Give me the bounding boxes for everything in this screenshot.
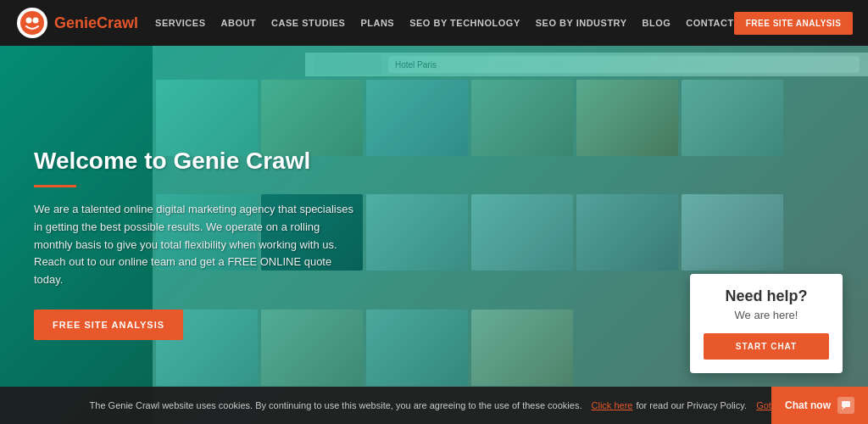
- logo-text-crawl: Crawl: [97, 14, 138, 31]
- logo-area[interactable]: GenieCrawl: [17, 8, 138, 38]
- help-widget: Need help? We are here! START CHAT: [690, 274, 843, 373]
- hero-content: Welcome to Genie Crawl We are a talented…: [34, 148, 356, 340]
- hero-title: Welcome to Genie Crawl: [34, 148, 356, 175]
- cookie-bar: The Genie Crawl website uses cookies. By…: [0, 387, 868, 424]
- start-chat-button[interactable]: START CHAT: [704, 333, 829, 360]
- nav-cta-button[interactable]: FREE SITE ANALYSIS: [734, 12, 854, 35]
- svg-point-0: [20, 11, 44, 35]
- nav-link-about[interactable]: ABOUT: [221, 18, 257, 28]
- cookie-text: The Genie Crawl website uses cookies. By…: [90, 400, 582, 410]
- privacy-policy-link[interactable]: Click here: [592, 400, 633, 410]
- nav-links: SERVICESABOUTCASE STUDIESPLANSSEO BY TEC…: [155, 18, 734, 28]
- logo-text-genie: Genie: [54, 14, 97, 31]
- help-title: Need help?: [704, 287, 829, 305]
- hero-section: Hotel Paris Welcome to Genie Crawl W: [0, 46, 868, 424]
- svg-rect-3: [842, 401, 850, 407]
- nav-link-services[interactable]: SERVICES: [155, 18, 205, 28]
- hero-description: We are a talented online digital marketi…: [34, 201, 356, 289]
- logo-icon: [17, 8, 47, 38]
- svg-point-1: [26, 18, 32, 24]
- navbar: GenieCrawl SERVICESABOUTCASE STUDIESPLAN…: [0, 0, 868, 46]
- nav-link-blog[interactable]: BLOG: [642, 18, 670, 28]
- cookie-text-suffix: for read our Privacy Policy.: [636, 400, 747, 410]
- svg-marker-4: [842, 407, 846, 410]
- nav-link-plans[interactable]: PLANS: [360, 18, 394, 28]
- svg-point-2: [33, 18, 39, 24]
- nav-link-contact[interactable]: CONTACT: [686, 18, 733, 28]
- nav-link-seo-industry[interactable]: SEO BY INDUSTRY: [536, 18, 627, 28]
- nav-link-case-studies[interactable]: CASE STUDIES: [271, 18, 345, 28]
- logo-text: GenieCrawl: [54, 14, 138, 32]
- chat-icon: [837, 397, 854, 414]
- hero-cta-button[interactable]: FREE SITE ANALYSIS: [34, 310, 183, 340]
- hero-underline: [34, 185, 76, 187]
- help-subtitle: We are here!: [704, 309, 829, 321]
- chat-tab-label: Chat now: [785, 399, 831, 411]
- chat-tab[interactable]: Chat now: [771, 387, 868, 424]
- nav-link-seo-tech[interactable]: SEO BY TECHNOLOGY: [409, 18, 520, 28]
